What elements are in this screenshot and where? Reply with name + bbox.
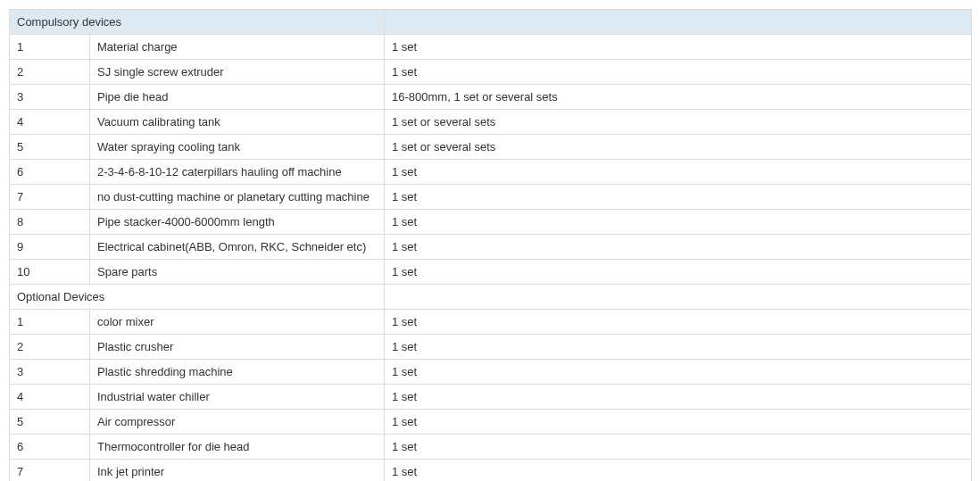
table-row: 62-3-4-6-8-10-12 caterpillars hauling of… xyxy=(10,160,972,185)
cell-quantity: 1 set xyxy=(385,335,972,360)
table-row: 2SJ single screw extruder1 set xyxy=(10,60,972,85)
table-row: 1Material charge1 set xyxy=(10,35,972,60)
cell-number: 2 xyxy=(10,335,90,360)
cell-number: 1 xyxy=(10,35,90,60)
cell-name: 2-3-4-6-8-10-12 caterpillars hauling off… xyxy=(90,160,385,185)
cell-number: 5 xyxy=(10,135,90,160)
table-row: 7no dust-cutting machine or planetary cu… xyxy=(10,185,972,210)
cell-name: Material charge xyxy=(90,35,385,60)
section-header-spacer xyxy=(385,10,972,35)
cell-name: Thermocontroller for die head xyxy=(90,435,385,460)
cell-number: 6 xyxy=(10,435,90,460)
section-title: Optional Devices xyxy=(10,285,385,310)
table-row: 3Plastic shredding machine1 set xyxy=(10,360,972,385)
cell-quantity: 1 set xyxy=(385,310,972,335)
cell-number: 2 xyxy=(10,60,90,85)
cell-quantity: 1 set xyxy=(385,60,972,85)
cell-quantity: 1 set or several sets xyxy=(385,110,972,135)
cell-quantity: 1 set xyxy=(385,235,972,260)
cell-quantity: 1 set xyxy=(385,35,972,60)
cell-quantity: 1 set or several sets xyxy=(385,135,972,160)
section-header: Optional Devices xyxy=(10,285,972,310)
cell-name: Vacuum calibrating tank xyxy=(90,110,385,135)
cell-name: no dust-cutting machine or planetary cut… xyxy=(90,185,385,210)
cell-number: 7 xyxy=(10,460,90,482)
cell-number: 3 xyxy=(10,85,90,110)
cell-quantity: 1 set xyxy=(385,210,972,235)
cell-quantity: 1 set xyxy=(385,160,972,185)
section-header-spacer xyxy=(385,285,972,310)
table-row: 7Ink jet printer1 set xyxy=(10,460,972,482)
cell-number: 4 xyxy=(10,110,90,135)
cell-number: 4 xyxy=(10,385,90,410)
cell-name: SJ single screw extruder xyxy=(90,60,385,85)
cell-quantity: 16-800mm, 1 set or several sets xyxy=(385,85,972,110)
cell-quantity: 1 set xyxy=(385,260,972,285)
cell-quantity: 1 set xyxy=(385,360,972,385)
table-row: 4Vacuum calibrating tank1 set or several… xyxy=(10,110,972,135)
table-row: 9Electrical cabinet(ABB, Omron, RKC, Sch… xyxy=(10,235,972,260)
cell-number: 8 xyxy=(10,210,90,235)
cell-name: Ink jet printer xyxy=(90,460,385,482)
table-row: 10Spare parts1 set xyxy=(10,260,972,285)
table-row: 5Water spraying cooling tank1 set or sev… xyxy=(10,135,972,160)
cell-number: 5 xyxy=(10,410,90,435)
section-header: Compulsory devices xyxy=(10,10,972,35)
table-row: 4Industrial water chiller1 set xyxy=(10,385,972,410)
cell-quantity: 1 set xyxy=(385,460,972,482)
cell-name: Plastic shredding machine xyxy=(90,360,385,385)
table-row: 3Pipe die head16-800mm, 1 set or several… xyxy=(10,85,972,110)
table-row: 8Pipe stacker-4000-6000mm length1 set xyxy=(10,210,972,235)
cell-number: 6 xyxy=(10,160,90,185)
cell-quantity: 1 set xyxy=(385,410,972,435)
cell-name: Industrial water chiller xyxy=(90,385,385,410)
cell-number: 10 xyxy=(10,260,90,285)
cell-name: Pipe stacker-4000-6000mm length xyxy=(90,210,385,235)
table-row: 6Thermocontroller for die head1 set xyxy=(10,435,972,460)
cell-number: 7 xyxy=(10,185,90,210)
cell-name: Water spraying cooling tank xyxy=(90,135,385,160)
cell-quantity: 1 set xyxy=(385,185,972,210)
cell-name: color mixer xyxy=(90,310,385,335)
cell-name: Plastic crusher xyxy=(90,335,385,360)
cell-number: 1 xyxy=(10,310,90,335)
cell-quantity: 1 set xyxy=(385,385,972,410)
cell-name: Spare parts xyxy=(90,260,385,285)
cell-name: Electrical cabinet(ABB, Omron, RKC, Schn… xyxy=(90,235,385,260)
cell-number: 3 xyxy=(10,360,90,385)
table-body: Compulsory devices1Material charge1 set2… xyxy=(10,10,972,482)
cell-quantity: 1 set xyxy=(385,435,972,460)
table-row: 5Air compressor1 set xyxy=(10,410,972,435)
cell-name: Pipe die head xyxy=(90,85,385,110)
devices-table: Compulsory devices1Material charge1 set2… xyxy=(9,9,972,481)
table-row: 1color mixer1 set xyxy=(10,310,972,335)
cell-name: Air compressor xyxy=(90,410,385,435)
table-row: 2Plastic crusher1 set xyxy=(10,335,972,360)
section-title: Compulsory devices xyxy=(10,10,385,35)
cell-number: 9 xyxy=(10,235,90,260)
